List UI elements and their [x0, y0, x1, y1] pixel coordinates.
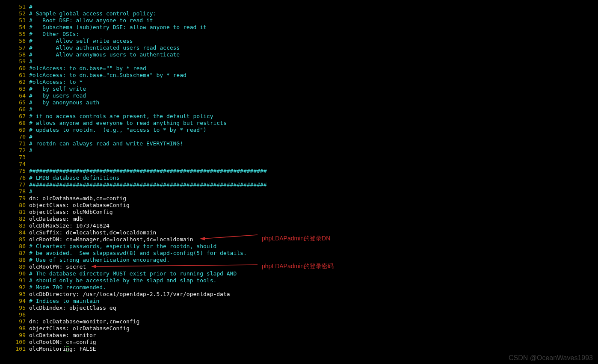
line-number: 62 — [0, 79, 29, 86]
code-line[interactable]: 88# Use of strong authentication encoura… — [0, 257, 598, 263]
line-number: 68 — [0, 120, 29, 127]
line-number: 94 — [0, 298, 29, 305]
line-number: 84 — [0, 229, 29, 236]
code-line[interactable]: 101olcMonitoring: FALSE — [0, 346, 598, 352]
code-line[interactable]: 66# — [0, 106, 598, 113]
line-number: 101 — [0, 346, 29, 352]
code-text: # Other DSEs: — [29, 31, 79, 38]
code-line[interactable]: 69# updates to rootdn. (e.g., "access to… — [0, 127, 598, 133]
code-text: # Use of strong authentication encourage… — [29, 257, 170, 263]
code-line[interactable]: 99olcDatabase: monitor — [0, 332, 598, 339]
code-line[interactable]: 86# Cleartext passwords, especially for … — [0, 243, 598, 250]
line-number: 55 — [0, 31, 29, 38]
code-line[interactable]: 59# — [0, 58, 598, 65]
code-text: objectClass: olcDatabaseConfig — [29, 202, 130, 209]
code-text: objectClass: olcDatabaseConfig — [29, 325, 130, 332]
code-line[interactable]: 94# Indices to maintain — [0, 298, 598, 305]
line-number: 63 — [0, 86, 29, 92]
line-number: 53 — [0, 17, 29, 24]
code-line[interactable]: 61#olcAccess: to dn.base="cn=Subschema" … — [0, 72, 598, 79]
code-line[interactable]: 71# rootdn can always read and write EVE… — [0, 140, 598, 147]
code-line[interactable]: 51# — [0, 3, 598, 10]
code-line[interactable]: 91# should only be accessible by the sla… — [0, 277, 598, 284]
code-line[interactable]: 72# — [0, 147, 598, 154]
code-line[interactable]: 68# allows anyone and everyone to read a… — [0, 120, 598, 127]
line-number: 91 — [0, 277, 29, 284]
code-line[interactable]: 92# Mode 700 recommended. — [0, 284, 598, 291]
line-number: 75 — [0, 168, 29, 175]
line-number: 98 — [0, 325, 29, 332]
code-text: # — [29, 58, 33, 65]
code-text: olcMonitoring: FALSE — [29, 346, 96, 352]
code-text: ########################################… — [29, 181, 267, 188]
line-number: 86 — [0, 243, 29, 250]
code-line[interactable]: 56# Allow self write access — [0, 38, 598, 44]
code-text: # if no access controls are present, the… — [29, 113, 213, 120]
code-line[interactable]: 83olcDbMaxSize: 1073741824 — [0, 222, 598, 229]
code-line[interactable]: 97dn: olcDatabase=monitor,cn=config — [0, 318, 598, 325]
code-text: #olcAccess: to dn.base="" by * read — [29, 65, 146, 72]
code-text: # — [29, 3, 33, 10]
code-line[interactable]: 95olcDbIndex: objectClass eq — [0, 305, 598, 311]
code-line[interactable]: 52# Sample global access control policy: — [0, 10, 598, 17]
line-number: 88 — [0, 257, 29, 263]
line-number: 87 — [0, 250, 29, 257]
line-number: 72 — [0, 147, 29, 154]
code-line[interactable]: 98objectClass: olcDatabaseConfig — [0, 325, 598, 332]
line-number: 57 — [0, 44, 29, 51]
code-line[interactable]: 75######################################… — [0, 168, 598, 175]
code-line[interactable]: 65# by anonymous auth — [0, 99, 598, 106]
code-editor[interactable]: 51#52# Sample global access control poli… — [0, 0, 598, 352]
code-line[interactable]: 90# The database directory MUST exist pr… — [0, 270, 598, 277]
code-line[interactable]: 53# Root DSE: allow anyone to read it — [0, 17, 598, 24]
code-text: # Allow self write access — [29, 38, 133, 44]
line-number: 64 — [0, 92, 29, 99]
line-number: 66 — [0, 106, 29, 113]
code-text: # Indices to maintain — [29, 298, 99, 305]
line-number: 51 — [0, 3, 29, 10]
code-line[interactable]: 96 — [0, 311, 598, 318]
code-text: olcRootPW: secret — [29, 263, 86, 270]
line-number: 52 — [0, 10, 29, 17]
code-line[interactable]: 93olcDbDirectory: /usr/local/openldap-2.… — [0, 291, 598, 298]
line-number: 99 — [0, 332, 29, 339]
line-number: 89 — [0, 263, 29, 270]
code-line[interactable]: 82olcDatabase: mdb — [0, 216, 598, 222]
code-line[interactable]: 62#olcAccess: to * — [0, 79, 598, 86]
code-line[interactable]: 70# — [0, 133, 598, 140]
code-text: # allows anyone and everyone to read any… — [29, 120, 227, 127]
code-line[interactable]: 64# by users read — [0, 92, 598, 99]
code-line[interactable]: 79dn: olcDatabase=mdb,cn=config — [0, 195, 598, 202]
code-text: # — [29, 188, 33, 195]
code-line[interactable]: 78# — [0, 188, 598, 195]
code-line[interactable]: 73 — [0, 154, 598, 161]
code-line[interactable]: 76# LMDB database definitions — [0, 175, 598, 181]
code-text: # Cleartext passwords, especially for th… — [29, 243, 216, 250]
code-line[interactable]: 74 — [0, 161, 598, 168]
line-number: 67 — [0, 113, 29, 120]
code-line[interactable]: 67# if no access controls are present, t… — [0, 113, 598, 120]
code-line[interactable]: 55# Other DSEs: — [0, 31, 598, 38]
code-text: # Root DSE: allow anyone to read it — [29, 17, 153, 24]
code-line[interactable]: 81objectClass: olcMdbConfig — [0, 209, 598, 216]
code-line[interactable]: 58# Allow anonymous users to authenticat… — [0, 51, 598, 58]
code-line[interactable]: 84olcSuffix: dc=localhost,dc=localdomain — [0, 229, 598, 236]
code-line[interactable]: 87# be avoided. See slappasswd(8) and sl… — [0, 250, 598, 257]
line-number: 83 — [0, 222, 29, 229]
code-line[interactable]: 89olcRootPW: secret — [0, 263, 598, 270]
code-line[interactable]: 60#olcAccess: to dn.base="" by * read — [0, 65, 598, 72]
code-line[interactable]: 54# Subschema (sub)entry DSE: allow anyo… — [0, 24, 598, 31]
line-number: 56 — [0, 38, 29, 44]
code-line[interactable]: 77######################################… — [0, 181, 598, 188]
line-number: 78 — [0, 188, 29, 195]
code-line[interactable]: 100olcRootDN: cn=config — [0, 339, 598, 346]
code-text: # by users read — [29, 92, 86, 99]
code-line[interactable]: 63# by self write — [0, 86, 598, 92]
code-text: # updates to rootdn. (e.g., "access to *… — [29, 127, 207, 133]
code-line[interactable]: 85olcRootDN: cn=Manager,dc=localhost,dc=… — [0, 236, 598, 243]
code-text: # by anonymous auth — [29, 99, 99, 106]
line-number: 77 — [0, 181, 29, 188]
code-line[interactable]: 57# Allow authenticated users read acces… — [0, 44, 598, 51]
code-line[interactable]: 80objectClass: olcDatabaseConfig — [0, 202, 598, 209]
line-number: 76 — [0, 175, 29, 181]
